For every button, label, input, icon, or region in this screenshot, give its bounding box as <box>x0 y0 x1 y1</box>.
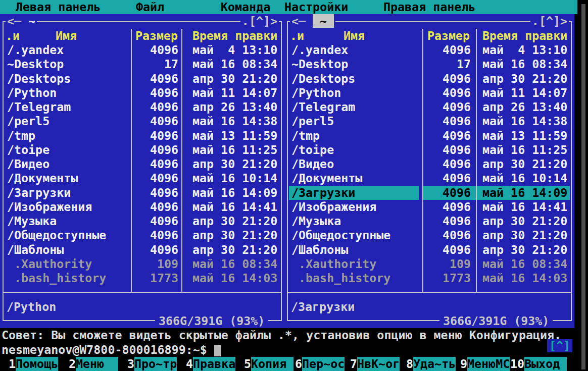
file-row[interactable]: /Desktops 4096 апр 30 21:20 <box>4 72 281 86</box>
file-mtime: апр 30 21:20 <box>182 157 280 171</box>
file-mtime: апр 30 21:20 <box>477 214 570 228</box>
file-row[interactable]: .bash_history 1773 май 16 14:03 <box>4 271 281 285</box>
file-row[interactable]: /.yandex 4096 май 4 13:10 <box>4 43 281 57</box>
history-back-icon[interactable]: <─ <box>291 14 306 28</box>
fkey-number: 6 <box>295 357 302 371</box>
file-size: 4096 <box>426 114 471 128</box>
fkey-f8[interactable]: 8Уда~ть <box>406 357 456 371</box>
menu-options[interactable]: Настройки <box>284 0 348 14</box>
fkey-f2[interactable]: 2Меню <box>69 357 118 371</box>
file-row[interactable]: /toipe 4096 май 16 11:25 <box>4 143 281 157</box>
file-mtime: май 16 14:09 <box>182 186 280 200</box>
file-name: /Python <box>289 86 419 100</box>
file-mtime: апр 30 21:20 <box>477 243 570 257</box>
menu-file[interactable]: Файл <box>136 0 164 14</box>
fkey-f3[interactable]: 3Про~тр <box>127 357 177 371</box>
file-name: .Xauthority <box>5 257 128 271</box>
file-row[interactable]: /Изображения 4096 май 16 14:41 <box>288 200 571 214</box>
menu-left-panel[interactable]: Левая панель <box>16 0 101 14</box>
column-header-name[interactable]: Имя <box>5 29 128 43</box>
file-size: 4096 <box>426 186 471 200</box>
fkey-label: Про~тр <box>134 357 177 371</box>
file-size: 4096 <box>135 200 178 214</box>
file-name: .bash_history <box>289 271 419 285</box>
file-mtime: май 16 11:25 <box>477 143 570 157</box>
file-size: 4096 <box>135 228 178 242</box>
file-row[interactable]: /Музыка 4096 апр 30 21:20 <box>4 214 281 228</box>
command-line[interactable]: nesmeyanov@W7800-800016899:~$ <box>2 343 221 357</box>
fkey-f9[interactable]: 9МенюМС <box>460 357 510 371</box>
file-row[interactable]: .Xauthority 109 май 16 08:34 <box>4 257 281 271</box>
file-row[interactable]: /toipe 4096 май 16 11:25 <box>288 143 571 157</box>
fkey-f10[interactable]: 10Выход <box>510 357 567 371</box>
file-row[interactable]: /tmp 4096 май 13 11:59 <box>288 129 571 143</box>
file-name: /Telegram <box>289 100 419 114</box>
fkey-f4[interactable]: 4Правка <box>186 357 235 371</box>
file-mtime: апр 30 21:20 <box>182 243 280 257</box>
file-mtime: май 11 14:07 <box>477 86 570 100</box>
file-row[interactable]: /Шаблоны 4096 апр 30 21:20 <box>4 243 281 257</box>
file-name: /Загрузки <box>289 186 419 200</box>
fkey-f7[interactable]: 7НвК~ог <box>350 357 400 371</box>
file-row[interactable]: /Изображения 4096 май 16 14:41 <box>4 200 281 214</box>
panel-right-column-headers: .и Имя Размер Время правки <box>288 29 571 43</box>
file-row[interactable]: /Документы 4096 май 16 10:14 <box>4 171 281 185</box>
fkey-label: Пер~ос <box>302 357 345 371</box>
column-header-name[interactable]: Имя <box>289 29 419 43</box>
file-row[interactable]: /Python 4096 май 11 14:07 <box>4 86 281 100</box>
file-row[interactable]: .Xauthority 109 май 16 08:34 <box>288 257 571 271</box>
file-size: 4096 <box>426 200 471 214</box>
file-row[interactable]: /.yandex 4096 май 4 13:10 <box>288 43 571 57</box>
file-row[interactable]: /Telegram 4096 апр 26 13:40 <box>4 100 281 114</box>
file-row[interactable]: ~Desktop 17 май 16 08:34 <box>4 57 281 71</box>
file-name: /tmp <box>5 129 128 143</box>
panel-left-corner-controls[interactable]: .[^]> <box>240 14 279 28</box>
file-row[interactable]: /Загрузки 4096 май 16 14:09 <box>4 186 281 200</box>
file-row[interactable]: /perl5 4096 май 16 14:38 <box>288 114 571 128</box>
panel-toggle-badge[interactable]: [^] <box>547 339 572 352</box>
file-mtime: апр 26 13:40 <box>182 100 280 114</box>
file-row[interactable]: /Музыка 4096 апр 30 21:20 <box>288 214 571 228</box>
file-mtime: май 16 08:34 <box>477 257 570 271</box>
file-name: /Telegram <box>5 100 128 114</box>
file-row[interactable]: .bash_history 1773 май 16 14:03 <box>288 271 571 285</box>
column-header-size[interactable]: Размер <box>135 29 178 43</box>
file-row[interactable]: /Видео 4096 апр 30 21:20 <box>288 157 571 171</box>
file-panel-left: <─ ~ .[^]> .и Имя Размер Время правки /.… <box>3 21 282 321</box>
function-key-bar: 1Помощь 2Меню 3Про~тр 4Правка 5Копия 6Пе… <box>0 357 588 371</box>
terminal-scrollbar[interactable] <box>581 4 585 369</box>
file-row[interactable]: /Шаблоны 4096 апр 30 21:20 <box>288 243 571 257</box>
file-row[interactable]: /Загрузки 4096 май 16 14:09 <box>288 186 571 200</box>
fkey-f5[interactable]: 5Копия <box>244 357 293 371</box>
fkey-number: 8 <box>406 357 413 371</box>
panel-right-mini-status: /Загрузки <box>290 300 355 314</box>
fkey-f1[interactable]: 1Помощь <box>9 357 58 371</box>
panel-left-path-header[interactable]: <─ ~ <box>6 14 37 28</box>
file-mtime: апр 30 21:20 <box>182 72 280 86</box>
history-back-icon[interactable]: <─ <box>7 14 21 28</box>
file-size: 4096 <box>426 157 471 171</box>
column-header-mtime[interactable]: Время правки <box>477 29 570 43</box>
menu-right-panel[interactable]: Правая панель <box>383 0 475 14</box>
file-row[interactable]: /Общедоступные 4096 апр 30 21:20 <box>288 228 571 242</box>
file-row[interactable]: ~Desktop 17 май 16 08:34 <box>288 57 571 71</box>
menu-command[interactable]: Команда <box>221 0 270 14</box>
column-separator <box>476 29 477 293</box>
file-row[interactable]: /Telegram 4096 апр 26 13:40 <box>288 100 571 114</box>
file-row[interactable]: /Видео 4096 апр 30 21:20 <box>4 157 281 171</box>
file-row[interactable]: /Desktops 4096 апр 30 21:20 <box>288 72 571 86</box>
file-row[interactable]: /Общедоступные 4096 апр 30 21:20 <box>4 228 281 242</box>
column-header-mtime[interactable]: Время правки <box>182 29 280 43</box>
file-row[interactable]: /perl5 4096 май 16 14:38 <box>4 114 281 128</box>
file-row[interactable]: /Python 4096 май 11 14:07 <box>288 86 571 100</box>
hint-line: Совет: Вы сможете видеть скрытые файлы .… <box>2 328 561 342</box>
panel-right-corner-controls[interactable]: .[^]> <box>530 14 569 28</box>
file-row[interactable]: /tmp 4096 май 13 11:59 <box>4 129 281 143</box>
column-header-size[interactable]: Размер <box>426 29 471 43</box>
file-row[interactable]: /Документы 4096 май 16 10:14 <box>288 171 571 185</box>
file-name: /Музыка <box>5 214 128 228</box>
column-separator <box>181 29 182 293</box>
file-size: 4096 <box>135 86 178 100</box>
panel-right-path-header[interactable]: <─ ~ <box>290 14 335 28</box>
fkey-f6[interactable]: 6Пер~ос <box>295 357 345 371</box>
